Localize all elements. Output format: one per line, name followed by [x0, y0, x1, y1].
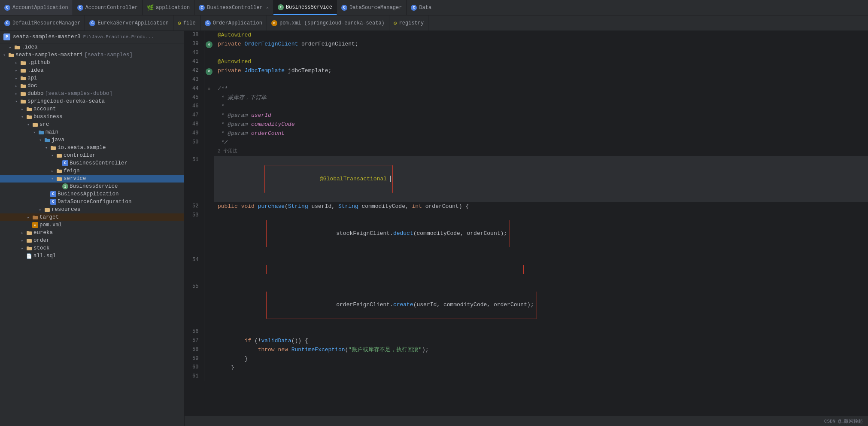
code-line-44: 44 ≡ /** — [185, 85, 868, 94]
svg-rect-37 — [33, 216, 35, 216]
svg-rect-19 — [27, 115, 29, 116]
svg-rect-40 — [27, 239, 32, 243]
tab-icon-spring: 🌿 — [147, 4, 154, 11]
tab-application[interactable]: 🌿 application — [143, 0, 194, 15]
tree-item-all-sql[interactable]: 📄 all.sql — [0, 252, 184, 260]
line-number: 38 — [185, 31, 204, 40]
arrow-icon — [26, 222, 31, 228]
code-editor[interactable]: 38 @Autowired 39 ⚙ private OrderFeignCli… — [185, 31, 868, 416]
tree-item-stock[interactable]: stock — [0, 244, 184, 252]
tree-item-account[interactable]: account — [0, 105, 184, 113]
tree-item-resources[interactable]: resources — [0, 206, 184, 213]
tree-item-bussiness[interactable]: bussiness — [0, 113, 184, 121]
svg-rect-2 — [9, 54, 14, 57]
tree-label: .idea — [27, 67, 44, 73]
tree-item-master1[interactable]: seata-samples-master1 [seata-samples] — [0, 51, 184, 59]
tab-file[interactable]: ⚙ file — [173, 15, 200, 30]
tab-icon-class: C — [205, 20, 211, 26]
line-content: if (!validData()) { — [214, 337, 868, 346]
line-number: 40 — [185, 49, 204, 58]
tree-item-io-seata[interactable]: io.seata.sample — [0, 144, 184, 152]
folder-icon — [26, 114, 32, 120]
tab-business-controller[interactable]: C BusinessController ✕ — [194, 0, 273, 15]
tab-order-application[interactable]: C OrderApplication — [200, 15, 267, 30]
tree-item-idea2[interactable]: .idea — [0, 67, 184, 74]
tree-label: springcloud-eureka-seata — [27, 98, 105, 104]
tab-business-service[interactable]: I BusinessService — [273, 0, 337, 15]
tab-pom-xml[interactable]: m pom.xml (springcloud-eureka-seata) — [267, 15, 389, 30]
arrow-icon — [20, 253, 25, 259]
tree-item-eureka[interactable]: eureka — [0, 229, 184, 237]
svg-rect-13 — [21, 92, 23, 93]
tree-item-springcloud[interactable]: springcloud-eureka-seata — [0, 97, 184, 105]
svg-rect-43 — [27, 246, 29, 247]
tab-account-controller[interactable]: C AccountController — [73, 0, 143, 15]
line-number: 48 — [185, 120, 204, 129]
tree-item-idea1[interactable]: .idea — [0, 43, 184, 51]
line-number: 46 — [185, 102, 204, 111]
tree-item-api[interactable]: api — [0, 74, 184, 82]
svg-rect-25 — [45, 138, 47, 139]
tree-item-target[interactable]: target — [0, 213, 184, 221]
folder-icon — [56, 168, 62, 174]
code-line-53: 53 stockFeignClient.deduct(commodityCode… — [185, 211, 868, 256]
arrow-icon — [20, 230, 25, 235]
code-line-57: 57 if (!validData()) { — [185, 337, 868, 346]
line-gutter — [204, 129, 214, 138]
tab-account-application[interactable]: C AccountApplication — [0, 0, 73, 15]
tab-datasource-manager[interactable]: C DataSourceManager — [337, 0, 407, 15]
tree-item-service-folder[interactable]: service — [0, 175, 184, 183]
tree-item-controller-folder[interactable]: controller — [0, 152, 184, 159]
code-line-60: 60 } — [185, 363, 868, 372]
tab-eureka-server-application[interactable]: C EurekaServerApplication — [85, 15, 173, 30]
tab-registry[interactable]: ⚙ registry — [389, 15, 428, 30]
tree-label: doc — [27, 83, 37, 89]
xml-icon: m — [32, 222, 38, 228]
line-gutter — [204, 328, 214, 337]
tree-label: stock — [33, 245, 50, 251]
tab-data[interactable]: C Data — [407, 0, 436, 15]
svg-rect-1 — [15, 46, 17, 46]
line-number: 54 — [185, 256, 204, 283]
tree-item-order[interactable]: order — [0, 237, 184, 244]
line-gutter — [204, 147, 214, 156]
svg-rect-22 — [39, 131, 44, 134]
line-content — [214, 49, 868, 58]
tree-item-business-controller[interactable]: C BusinessController — [0, 159, 184, 167]
tree-label: all.sql — [33, 253, 56, 259]
line-gutter: ≡ — [204, 85, 214, 94]
svg-rect-23 — [39, 131, 41, 131]
tree-label: target — [39, 214, 59, 220]
tab-label: DefaultResourceManager — [12, 20, 80, 26]
code-table: 38 @Autowired 39 ⚙ private OrderFeignCli… — [185, 31, 868, 381]
line-number: 49 — [185, 129, 204, 138]
tree-item-business-service[interactable]: I BusinessService — [0, 183, 184, 190]
arrow-icon — [14, 91, 19, 96]
tree-item-datasource-config[interactable]: C DataSourceConfiguration — [0, 198, 184, 206]
interface-icon: I — [62, 183, 68, 189]
fold-icon[interactable]: ≡ — [208, 87, 210, 91]
arrow-icon — [50, 176, 55, 181]
tree-item-java[interactable]: java — [0, 136, 184, 144]
tree-label: eureka — [33, 230, 53, 236]
tab-close-icon[interactable]: ✕ — [266, 5, 269, 10]
project-path: F:\Java-Practice-Produ... — [83, 34, 154, 40]
line-gutter — [204, 76, 214, 85]
tree-item-src[interactable]: src — [0, 121, 184, 128]
svg-rect-39 — [27, 231, 29, 232]
tree-item-pom-xml[interactable]: m pom.xml — [0, 221, 184, 229]
tree-item-dubbo[interactable]: dubbo [seata-samples-dubbo] — [0, 90, 184, 97]
code-line-51: 51 @GlobalTransactional — [185, 156, 868, 202]
svg-rect-31 — [57, 169, 59, 170]
tree-item-main[interactable]: main — [0, 128, 184, 136]
tree-item-feign[interactable]: feign — [0, 167, 184, 175]
code-line-43: 43 — [185, 76, 868, 85]
line-number: 43 — [185, 76, 204, 85]
tab-default-resource-manager[interactable]: C DefaultResourceManager — [0, 15, 85, 30]
tree-item-github[interactable]: .github — [0, 59, 184, 67]
folder-icon — [14, 44, 20, 50]
tab-bar-row2: C DefaultResourceManager C EurekaServerA… — [0, 15, 868, 31]
tree-item-doc[interactable]: doc — [0, 82, 184, 90]
line-content: throw new RuntimeException("账户或库存不足，执行回滚… — [214, 346, 868, 355]
tree-item-business-application[interactable]: C BusinessApplication — [0, 190, 184, 198]
